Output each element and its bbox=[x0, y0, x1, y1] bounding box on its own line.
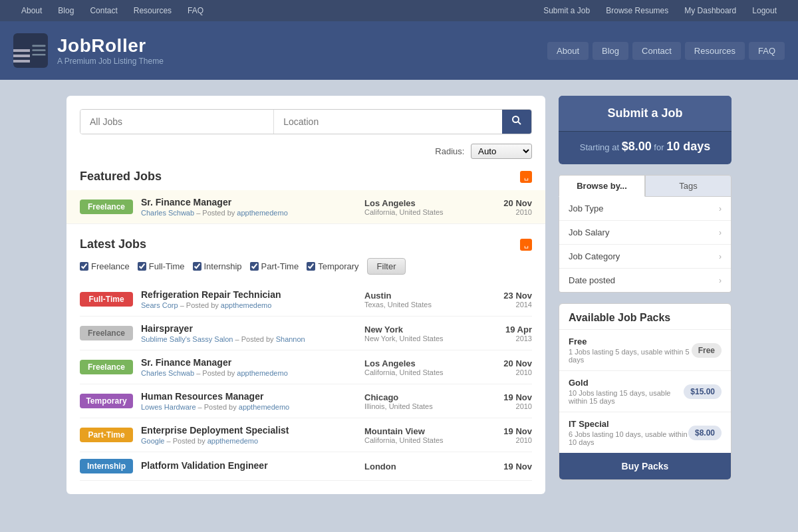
job-poster-link[interactable]: appthemedemo bbox=[221, 301, 271, 309]
job-info: Sr. Finance Manager Charles Schwab – Pos… bbox=[141, 197, 356, 217]
logo-text: JobRoller A Premium Job Listing Theme bbox=[57, 35, 164, 66]
filter-freelance-checkbox[interactable] bbox=[80, 262, 88, 271]
header-nav-blog[interactable]: Blog bbox=[593, 42, 628, 60]
header-nav-contact[interactable]: Contact bbox=[632, 42, 681, 60]
topnav-faq[interactable]: FAQ bbox=[180, 0, 211, 21]
job-city: Mountain View bbox=[364, 426, 471, 436]
pack-info: Free 1 Jobs lasting 5 days, usable withi… bbox=[569, 336, 692, 364]
featured-jobs-list: Freelance Sr. Finance Manager Charles Sc… bbox=[80, 190, 532, 224]
filter-button[interactable]: Filter bbox=[367, 258, 406, 275]
filter-internship[interactable]: Internship bbox=[193, 261, 242, 271]
job-region: California, United States bbox=[364, 368, 471, 376]
job-poster-link[interactable]: Shannon bbox=[276, 335, 305, 343]
job-company-link[interactable]: Charles Schwab bbox=[141, 369, 194, 377]
latest-jobs-list: Full-Time Refrigeration Repair Technicia… bbox=[80, 283, 532, 481]
svg-rect-2 bbox=[33, 54, 46, 56]
search-button[interactable] bbox=[502, 110, 531, 134]
filter-box: Job Type › Job Salary › Job Category › D… bbox=[559, 197, 732, 293]
topnav-submit-job[interactable]: Submit a Job bbox=[535, 0, 598, 21]
job-date-year: 2010 bbox=[479, 368, 532, 376]
table-row: Freelance Hairsprayer Sublime Sally's Sa… bbox=[80, 317, 532, 350]
job-date: 23 Nov 2014 bbox=[479, 291, 532, 309]
filter-fulltime[interactable]: Full-Time bbox=[138, 261, 185, 271]
header-nav-about[interactable]: About bbox=[547, 42, 589, 60]
job-title[interactable]: Human Resources Manager bbox=[141, 391, 263, 402]
job-title[interactable]: Sr. Finance Manager bbox=[141, 197, 231, 207]
job-company-link[interactable]: Sublime Sally's Sassy Salon bbox=[141, 335, 233, 343]
job-region: Illinois, United States bbox=[364, 402, 471, 410]
job-company-link[interactable]: Charles Schwab bbox=[141, 209, 194, 217]
latest-jobs-header: Latest Jobs ␣ bbox=[80, 237, 532, 251]
job-poster-link[interactable]: appthemedemo bbox=[207, 437, 258, 445]
pack-price[interactable]: Free bbox=[692, 343, 722, 358]
job-info: Sr. Finance Manager Charles Schwab – Pos… bbox=[141, 357, 356, 377]
filter-fulltime-checkbox[interactable] bbox=[138, 262, 146, 271]
job-meta: Charles Schwab – Posted by appthemedemo bbox=[141, 369, 356, 377]
filter-temporary[interactable]: Temporary bbox=[307, 261, 358, 271]
svg-point-3 bbox=[513, 116, 519, 122]
filter-date-posted[interactable]: Date posted › bbox=[559, 269, 731, 292]
job-date-top: 19 Nov bbox=[479, 462, 532, 471]
tab-tags[interactable]: Tags bbox=[645, 175, 732, 197]
search-input[interactable] bbox=[80, 110, 273, 134]
job-poster-link[interactable]: appthemedemo bbox=[237, 209, 287, 217]
filter-job-type[interactable]: Job Type › bbox=[559, 197, 731, 221]
svg-rect-1 bbox=[33, 49, 46, 51]
filter-internship-checkbox[interactable] bbox=[193, 262, 201, 271]
topnav-blog[interactable]: Blog bbox=[50, 0, 82, 21]
latest-rss-icon[interactable]: ␣ bbox=[520, 239, 532, 251]
header-nav-faq[interactable]: FAQ bbox=[749, 42, 785, 60]
list-item: Gold 10 Jobs lasting 15 days, usable wit… bbox=[559, 370, 731, 412]
featured-jobs-title: Featured Jobs bbox=[80, 170, 162, 184]
job-meta: Lowes Hardware – Posted by appthemedemo bbox=[141, 403, 356, 411]
pack-info: Gold 10 Jobs lasting 15 days, usable wit… bbox=[569, 378, 684, 405]
submit-job-button[interactable]: Submit a Job bbox=[559, 96, 732, 132]
location-input[interactable] bbox=[273, 110, 502, 134]
top-nav-right: Submit a Job Browse Resumes My Dashboard… bbox=[535, 0, 785, 21]
pack-name: Free bbox=[569, 336, 692, 346]
job-poster-link[interactable]: appthemedemo bbox=[237, 369, 287, 377]
filter-job-category[interactable]: Job Category › bbox=[559, 245, 731, 269]
topnav-contact[interactable]: Contact bbox=[82, 0, 125, 21]
filter-temporary-checkbox[interactable] bbox=[307, 262, 315, 271]
job-city: London bbox=[364, 462, 471, 471]
job-title[interactable]: Refrigeration Repair Technician bbox=[141, 289, 281, 300]
filter-parttime[interactable]: Part-Time bbox=[250, 261, 299, 271]
job-location: New York New York, United States bbox=[364, 325, 471, 342]
main-wrapper: Radius: Auto 5 miles 10 miles 25 miles 5… bbox=[66, 96, 732, 494]
job-title[interactable]: Platform Validation Engineer bbox=[141, 460, 268, 471]
job-meta: Sears Corp – Posted by appthemedemo bbox=[141, 301, 356, 309]
topnav-resources[interactable]: Resources bbox=[126, 0, 180, 21]
job-poster-link[interactable]: appthemedemo bbox=[239, 403, 289, 411]
job-badge: Temporary bbox=[80, 394, 133, 408]
filter-parttime-checkbox[interactable] bbox=[250, 262, 259, 271]
job-company-link[interactable]: Google bbox=[141, 437, 164, 445]
topnav-about[interactable]: About bbox=[13, 0, 50, 21]
job-company-link[interactable]: Lowes Hardware bbox=[141, 403, 196, 411]
topnav-logout[interactable]: Logout bbox=[744, 0, 785, 21]
job-company-link[interactable]: Sears Corp bbox=[141, 301, 178, 309]
job-title[interactable]: Sr. Finance Manager bbox=[141, 357, 231, 368]
job-title[interactable]: Hairsprayer bbox=[141, 323, 193, 334]
job-date: 19 Apr 2013 bbox=[479, 325, 532, 342]
buy-packs-button[interactable]: Buy Packs bbox=[559, 453, 731, 479]
pack-price[interactable]: $8.00 bbox=[688, 426, 722, 440]
job-location: Chicago Illinois, United States bbox=[364, 392, 471, 410]
pack-price[interactable]: $15.00 bbox=[684, 384, 722, 399]
topnav-my-dashboard[interactable]: My Dashboard bbox=[676, 0, 744, 21]
job-city: New York bbox=[364, 325, 471, 334]
job-badge: Full-Time bbox=[80, 292, 133, 307]
header-nav-resources[interactable]: Resources bbox=[685, 42, 745, 60]
job-info: Refrigeration Repair Technician Sears Co… bbox=[141, 289, 356, 309]
job-title[interactable]: Enterprise Deployment Specialist bbox=[141, 425, 289, 436]
filter-freelance[interactable]: Freelance bbox=[80, 261, 130, 271]
tab-browse[interactable]: Browse by... bbox=[559, 175, 645, 197]
radius-select[interactable]: Auto 5 miles 10 miles 25 miles 50 miles … bbox=[471, 144, 532, 159]
topnav-browse-resumes[interactable]: Browse Resumes bbox=[598, 0, 676, 21]
svg-rect-0 bbox=[33, 45, 46, 47]
job-date: 19 Nov bbox=[479, 462, 532, 471]
job-city: Chicago bbox=[364, 392, 471, 402]
filter-job-salary[interactable]: Job Salary › bbox=[559, 221, 731, 245]
featured-rss-icon[interactable]: ␣ bbox=[520, 171, 532, 183]
job-location: Los Angeles California, United States bbox=[364, 198, 471, 216]
